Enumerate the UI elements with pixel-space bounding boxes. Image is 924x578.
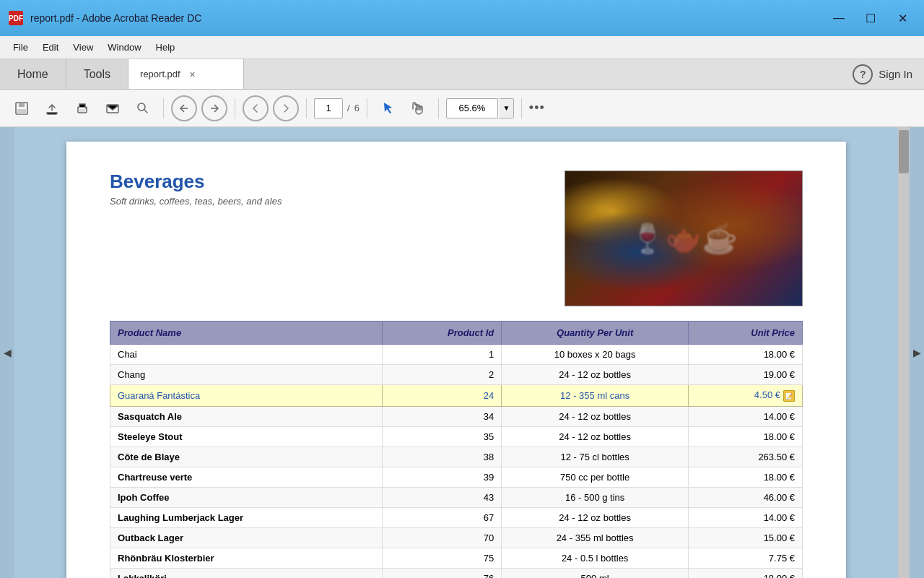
col-header-unit-price: Unit Price bbox=[688, 322, 802, 345]
category-image bbox=[565, 171, 803, 306]
table-row: Chai110 boxes x 20 bags18.00 € bbox=[110, 345, 803, 365]
cell-quantity: 24 - 12 oz bottles bbox=[502, 426, 689, 447]
cursor-tool-button[interactable] bbox=[375, 95, 401, 121]
cell-product-name: Ipoh Coffee bbox=[110, 487, 383, 507]
upload-button[interactable] bbox=[39, 95, 65, 121]
table-row: Sasquatch Ale3424 - 12 oz bottles14.00 € bbox=[110, 406, 803, 426]
hand-tool-button[interactable] bbox=[405, 95, 431, 121]
cell-unit-price: 19.00 € bbox=[688, 365, 802, 385]
search-button[interactable] bbox=[130, 95, 156, 121]
cell-unit-price: 14.00 € bbox=[688, 507, 802, 527]
col-header-product-id: Product Id bbox=[383, 322, 502, 345]
cell-product-name: Rhönbräu Klosterbier bbox=[110, 548, 383, 568]
svg-rect-1 bbox=[19, 103, 25, 107]
cell-product-name: Sasquatch Ale bbox=[110, 406, 383, 426]
window-title: report.pdf - Adobe Acrobat Reader DC bbox=[30, 12, 819, 24]
cell-unit-price: 14.00 € bbox=[688, 406, 802, 426]
table-row: Ipoh Coffee4316 - 500 g tins46.00 € bbox=[110, 487, 803, 507]
tab-bar: Home Tools report.pdf × ? Sign In bbox=[0, 59, 924, 90]
category-subtitle: Soft drinks, coffees, teas, beers, and a… bbox=[110, 196, 282, 207]
products-table: Product Name Product Id Quantity Per Uni… bbox=[110, 321, 803, 578]
cell-quantity: 24 - 12 oz bottles bbox=[502, 507, 689, 527]
window-controls: — ☐ ✕ bbox=[826, 8, 915, 28]
category-title: Beverages bbox=[110, 171, 282, 193]
cell-product-id: 70 bbox=[383, 527, 502, 548]
menu-view[interactable]: View bbox=[66, 39, 100, 56]
help-button[interactable]: ? bbox=[853, 64, 873, 85]
cell-quantity: 24 - 355 ml bottles bbox=[502, 527, 689, 548]
report-header: Beverages Soft drinks, coffees, teas, be… bbox=[110, 171, 803, 306]
menu-window[interactable]: Window bbox=[100, 39, 148, 56]
tab-document[interactable]: report.pdf × bbox=[128, 59, 244, 89]
left-nav-arrow[interactable]: ◀ bbox=[0, 127, 14, 578]
cell-quantity: 24 - 12 oz bottles bbox=[502, 406, 689, 426]
zoom-input[interactable] bbox=[446, 98, 498, 118]
toolbar-separator-4 bbox=[367, 98, 367, 118]
cell-quantity: 10 boxes x 20 bags bbox=[502, 345, 689, 365]
page-number-group: / 6 bbox=[314, 98, 359, 118]
back-button[interactable] bbox=[243, 95, 269, 121]
cell-unit-price: 7.75 € bbox=[688, 548, 802, 568]
cell-quantity: 16 - 500 g tins bbox=[502, 487, 689, 507]
close-button[interactable]: ✕ bbox=[889, 8, 915, 28]
cell-unit-price: 46.00 € bbox=[688, 487, 802, 507]
title-bar: PDF report.pdf - Adobe Acrobat Reader DC… bbox=[0, 0, 924, 36]
page-total: 6 bbox=[354, 103, 359, 113]
signin-button[interactable]: Sign In bbox=[879, 68, 912, 80]
table-row: Chartreuse verte39750 cc per bottle18.00… bbox=[110, 467, 803, 487]
forward-button[interactable] bbox=[273, 95, 299, 121]
tab-spacer bbox=[244, 59, 841, 89]
app-icon: PDF bbox=[9, 11, 23, 25]
cell-product-name: Côte de Blaye bbox=[110, 447, 383, 467]
page-separator: / bbox=[347, 103, 350, 113]
minimize-button[interactable]: — bbox=[826, 8, 852, 28]
svg-rect-2 bbox=[17, 109, 26, 114]
cell-product-id: 24 bbox=[383, 385, 502, 407]
tab-document-label: report.pdf bbox=[140, 69, 180, 79]
tab-tools[interactable]: Tools bbox=[66, 59, 128, 89]
next-page-button[interactable] bbox=[201, 95, 227, 121]
cell-product-name: Chang bbox=[110, 365, 383, 385]
cell-quantity: 24 - 0.5 l bottles bbox=[502, 548, 689, 568]
scrollbar[interactable] bbox=[898, 127, 910, 578]
zoom-dropdown-button[interactable]: ▼ bbox=[500, 98, 514, 118]
pdf-page: Beverages Soft drinks, coffees, teas, be… bbox=[66, 142, 846, 578]
cell-product-name: Outback Lager bbox=[110, 527, 383, 548]
cell-product-name: Steeleye Stout bbox=[110, 426, 383, 447]
cell-product-name: Guaraná Fantástica bbox=[110, 385, 383, 407]
print-button[interactable] bbox=[69, 95, 95, 121]
cell-product-id: 75 bbox=[383, 548, 502, 568]
email-button[interactable] bbox=[100, 95, 126, 121]
col-header-product-name: Product Name bbox=[110, 322, 383, 345]
toolbar-separator-6 bbox=[521, 98, 522, 118]
cell-product-name: Chartreuse verte bbox=[110, 467, 383, 487]
pdf-viewport: Beverages Soft drinks, coffees, teas, be… bbox=[14, 127, 898, 578]
menu-help[interactable]: Help bbox=[149, 39, 183, 56]
cell-quantity: 24 - 12 oz bottles bbox=[502, 365, 689, 385]
scrollbar-thumb[interactable] bbox=[899, 130, 909, 173]
table-header-row: Product Name Product Id Quantity Per Uni… bbox=[110, 322, 803, 345]
cell-product-id: 2 bbox=[383, 365, 502, 385]
save-button[interactable] bbox=[9, 95, 35, 121]
cell-product-id: 1 bbox=[383, 345, 502, 365]
right-nav-arrow[interactable]: ▶ bbox=[910, 127, 924, 578]
page-number-input[interactable] bbox=[314, 98, 343, 118]
tab-home[interactable]: Home bbox=[0, 59, 66, 89]
tab-close-button[interactable]: × bbox=[186, 68, 199, 81]
cell-unit-price: 18.00 € bbox=[688, 467, 802, 487]
toolbar: / 6 ▼ ••• bbox=[0, 90, 924, 127]
menu-file[interactable]: File bbox=[6, 39, 35, 56]
cell-product-name: Chai bbox=[110, 345, 383, 365]
cell-product-id: 67 bbox=[383, 507, 502, 527]
prev-page-button[interactable] bbox=[171, 95, 197, 121]
menu-edit[interactable]: Edit bbox=[35, 39, 66, 56]
toolbar-separator-3 bbox=[306, 98, 307, 118]
cell-quantity: 12 - 355 ml cans bbox=[502, 385, 689, 407]
more-tools-button[interactable]: ••• bbox=[529, 100, 545, 116]
cell-product-id: 34 bbox=[383, 406, 502, 426]
maximize-button[interactable]: ☐ bbox=[858, 8, 884, 28]
cell-product-name: Lakkaliköri bbox=[110, 568, 383, 578]
table-row: Guaraná Fantástica2412 - 355 ml cans4.50… bbox=[110, 385, 803, 407]
toolbar-separator-1 bbox=[163, 98, 164, 118]
toolbar-separator-5 bbox=[438, 98, 439, 118]
